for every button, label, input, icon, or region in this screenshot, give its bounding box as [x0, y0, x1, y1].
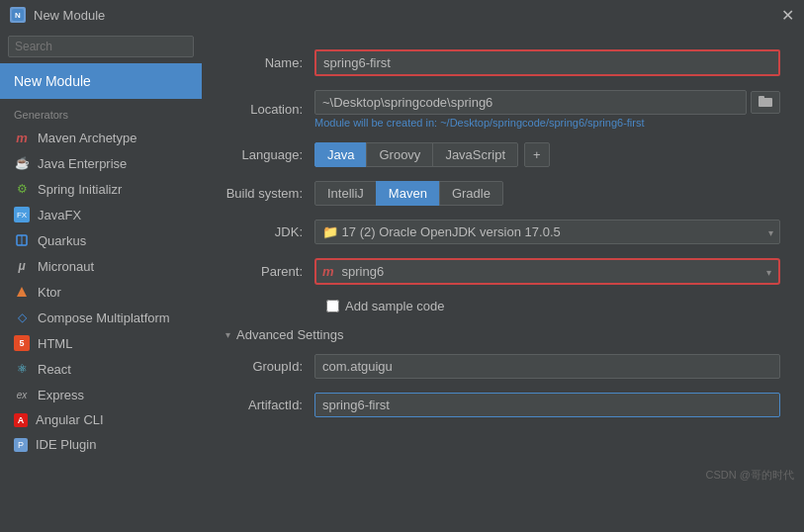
jdk-select-wrapper: 📁 17 (2) Oracle OpenJDK version 17.0.5 ▾ [314, 220, 780, 244]
sidebar-item-java-enterprise[interactable]: ☕ Java Enterprise [0, 150, 202, 176]
sidebar-item-label: Micronaut [38, 259, 94, 274]
name-row: Name: [225, 49, 780, 76]
sidebar-item-ide-plugin[interactable]: P IDE Plugin [0, 432, 202, 457]
svg-rect-6 [759, 96, 764, 99]
react-icon: ⚛ [14, 361, 30, 377]
language-add-button[interactable]: + [524, 142, 550, 167]
build-intellij-button[interactable]: IntelliJ [314, 181, 377, 206]
ide-plugin-icon: P [14, 438, 28, 452]
advanced-settings-header[interactable]: ▾ Advanced Settings [225, 327, 780, 342]
sidebar-item-compose-multiplatform[interactable]: ◇ Compose Multiplatform [0, 305, 202, 330]
sample-code-row: Add sample code [326, 299, 780, 313]
location-label: Location: [225, 102, 314, 117]
parent-label: Parent: [225, 264, 314, 279]
watermark: CSDN @哥的时代 [706, 468, 794, 483]
sidebar-item-html[interactable]: 5 HTML [0, 330, 202, 356]
app-icon: N [10, 7, 26, 23]
language-groovy-button[interactable]: Groovy [366, 142, 433, 167]
sidebar-item-javafx[interactable]: FX JavaFX [0, 202, 202, 227]
build-system-button-group: IntelliJ Maven Gradle [314, 181, 780, 206]
content-panel: Name: Location: Module will be cr [202, 30, 804, 532]
sidebar: New Module Generators m Maven Archetype … [0, 30, 202, 532]
sidebar-item-label: Express [38, 388, 84, 402]
build-system-label: Build system: [225, 186, 314, 201]
title-bar-left: N New Module [10, 7, 105, 23]
title-bar: N New Module ✕ [0, 0, 804, 30]
close-button[interactable]: ✕ [781, 6, 794, 25]
parent-dropdown-bordered: m spring6 ▾ [314, 258, 780, 285]
sidebar-search-area [0, 30, 202, 63]
angular-icon: A [14, 413, 28, 427]
new-module-item[interactable]: New Module [0, 63, 202, 99]
browse-folder-button[interactable] [751, 91, 780, 114]
jdk-row: JDK: 📁 17 (2) Oracle OpenJDK version 17.… [225, 220, 780, 244]
sidebar-item-quarkus[interactable]: Quarkus [0, 227, 202, 253]
parent-select[interactable]: spring6 [340, 260, 778, 283]
sidebar-item-label: Maven Archetype [38, 131, 136, 145]
spring-icon: ⚙ [14, 181, 30, 197]
name-input[interactable] [314, 49, 780, 76]
sidebar-item-label: HTML [38, 336, 72, 351]
add-sample-code-label: Add sample code [345, 299, 444, 313]
sidebar-item-label: IDE Plugin [36, 437, 96, 452]
sidebar-item-angular-cli[interactable]: A Angular CLI [0, 407, 202, 432]
ktor-icon [14, 284, 30, 300]
svg-rect-5 [759, 98, 772, 107]
parent-row: Parent: m spring6 ▾ [225, 258, 780, 285]
build-gradle-button[interactable]: Gradle [439, 181, 503, 206]
artifactid-input[interactable] [314, 393, 780, 417]
sidebar-item-label: Quarkus [38, 233, 86, 248]
language-javascript-button[interactable]: JavaScript [432, 142, 518, 167]
quarkus-icon [14, 232, 30, 248]
name-label: Name: [225, 55, 314, 70]
html-icon: 5 [14, 335, 30, 351]
sidebar-item-react[interactable]: ⚛ React [0, 356, 202, 382]
jdk-dropdown-wrapper: 📁 17 (2) Oracle OpenJDK version 17.0.5 ▾ [314, 220, 780, 244]
parent-select-inner: spring6 ▾ [340, 260, 778, 283]
maven-icon: m [14, 130, 30, 145]
language-label: Language: [225, 147, 314, 162]
jdk-select[interactable]: 📁 17 (2) Oracle OpenJDK version 17.0.5 [314, 220, 780, 244]
compose-icon: ◇ [14, 310, 30, 325]
add-sample-code-checkbox[interactable] [326, 300, 339, 312]
location-row: Location: Module will be created in: ~/D… [225, 90, 780, 129]
build-maven-button[interactable]: Maven [376, 181, 440, 206]
language-java-button[interactable]: Java [314, 142, 367, 167]
title-bar-title: New Module [34, 8, 105, 23]
location-hint: Module will be created in: ~/Desktop/spr… [314, 117, 780, 129]
location-input-group [314, 90, 780, 115]
location-input[interactable] [314, 90, 747, 115]
name-field-wrapper [314, 49, 780, 76]
express-icon: ex [14, 387, 30, 402]
sidebar-item-maven-archetype[interactable]: m Maven Archetype [0, 125, 202, 150]
sidebar-item-micronaut[interactable]: μ Micronaut [0, 253, 202, 279]
javafx-icon: FX [14, 207, 30, 222]
sidebar-item-express[interactable]: ex Express [0, 382, 202, 407]
java-enterprise-icon: ☕ [14, 155, 30, 171]
sidebar-item-spring-initializr[interactable]: ⚙ Spring Initializr [0, 176, 202, 202]
sidebar-item-label: Spring Initializr [38, 182, 122, 197]
groupid-field-wrapper [314, 354, 780, 379]
sidebar-item-label: JavaFX [38, 208, 81, 222]
language-row: Language: Java Groovy JavaScript + [225, 142, 780, 167]
parent-maven-icon: m [316, 261, 340, 282]
language-button-group: Java Groovy JavaScript [314, 142, 518, 167]
groupid-label: GroupId: [225, 359, 314, 374]
advanced-settings-label: Advanced Settings [236, 327, 343, 342]
groupid-input[interactable] [314, 354, 780, 379]
build-system-wrapper: IntelliJ Maven Gradle [314, 181, 780, 206]
generators-label: Generators [0, 99, 202, 125]
svg-text:N: N [15, 11, 21, 20]
sidebar-item-label: Angular CLI [36, 412, 104, 427]
search-input[interactable] [8, 36, 194, 57]
artifactid-row: ArtifactId: [225, 393, 780, 417]
svg-marker-4 [17, 287, 27, 297]
groupid-row: GroupId: [225, 354, 780, 379]
artifactid-field-wrapper [314, 393, 780, 417]
parent-select-wrapper: m spring6 ▾ [314, 258, 780, 285]
sidebar-item-label: Compose Multiplatform [38, 310, 170, 325]
dialog-body: New Module Generators m Maven Archetype … [0, 30, 804, 532]
artifactid-label: ArtifactId: [225, 398, 314, 412]
sidebar-item-ktor[interactable]: Ktor [0, 279, 202, 305]
sidebar-item-label: Ktor [38, 285, 61, 300]
